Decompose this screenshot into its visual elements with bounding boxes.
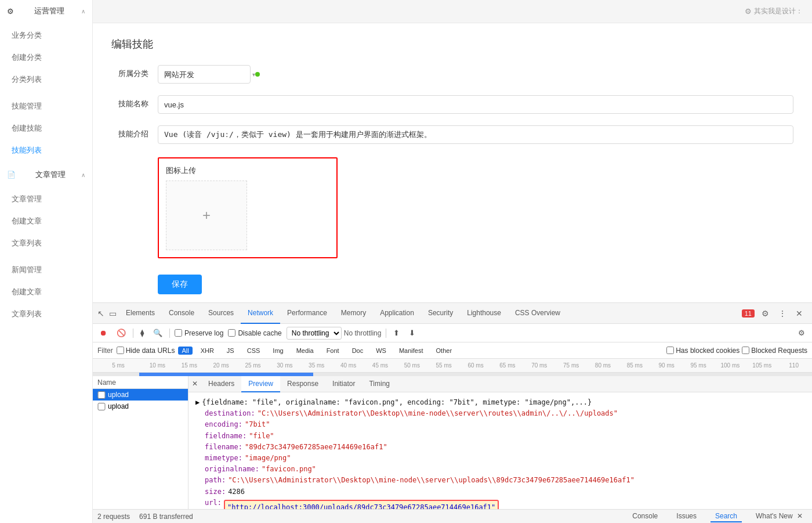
filter-label: Filter xyxy=(97,347,113,355)
sidebar-item-create-news[interactable]: 创建文章 xyxy=(0,281,92,303)
sidebar-item-skill-management[interactable]: 技能管理 xyxy=(0,95,92,117)
preview-tab-initiator[interactable]: Initiator xyxy=(325,376,362,392)
category-label: 所属分类 xyxy=(111,65,158,79)
devtools-device-icon[interactable]: ▭ xyxy=(107,308,119,319)
error-badge: 11 xyxy=(742,309,755,318)
json-filename-value: "89dc73c3479e67285aee714469e16af1" xyxy=(245,442,387,453)
tab-network[interactable]: Network xyxy=(241,303,280,324)
disable-cache-label: Disable cache xyxy=(238,329,281,337)
footer-tab-search[interactable]: Search xyxy=(710,511,742,522)
network-settings-icon[interactable]: ⚙ xyxy=(796,327,807,338)
sidebar-item-skill-list[interactable]: 技能列表 xyxy=(0,139,92,161)
throttling-label: No throttling xyxy=(344,329,382,337)
tab-performance[interactable]: Performance xyxy=(280,303,334,324)
tab-sources[interactable]: Sources xyxy=(201,303,241,324)
disable-cache-input[interactable] xyxy=(228,329,235,337)
filter-ws[interactable]: WS xyxy=(371,347,391,355)
json-destination-line: destination: "C:\\Users\\Administrator\\… xyxy=(205,408,805,419)
devtools-cursor-icon[interactable]: ↖ xyxy=(95,308,107,319)
filter-icon[interactable]: ⧫ xyxy=(138,327,146,338)
desc-textarea[interactable]: Vue (读音 /vjuː/，类似于 view) 是一套用于构建用户界面的渐进式… xyxy=(158,125,793,144)
waterfall-bar xyxy=(93,373,812,376)
sidebar-item-create-skill[interactable]: 创建技能 xyxy=(0,117,92,139)
category-dot xyxy=(255,72,260,77)
form-row-save: 保存 xyxy=(111,270,793,294)
page-title: 编辑技能 xyxy=(111,37,793,51)
sidebar-item-news-management[interactable]: 新闻管理 xyxy=(0,259,92,281)
filter-other[interactable]: Other xyxy=(432,347,457,355)
preview-tab-response[interactable]: Response xyxy=(280,376,325,392)
sidebar-item-article-management[interactable]: 文章管理 xyxy=(0,188,92,210)
category-select[interactable]: 网站开发 xyxy=(158,65,251,84)
sidebar-item-create-category[interactable]: 创建分类 xyxy=(0,46,92,68)
more-icon[interactable]: ⋮ xyxy=(776,308,789,319)
sidebar-item-create-article[interactable]: 创建文章 xyxy=(0,210,92,232)
blocked-requests-checkbox[interactable]: Blocked Requests xyxy=(742,347,807,355)
footer-tab-whats-new[interactable]: What's New ✕ xyxy=(751,511,807,522)
tab-elements[interactable]: Elements xyxy=(119,303,162,324)
has-blocked-checkbox[interactable]: Has blocked cookies xyxy=(666,347,740,355)
upload-content: 图标上传 + xyxy=(158,157,793,258)
tab-memory[interactable]: Memory xyxy=(334,303,373,324)
filter-img[interactable]: Img xyxy=(268,347,288,355)
preserve-log-checkbox[interactable]: Preserve log xyxy=(175,329,223,337)
main-area: ⚙ 其实我是设计： 编辑技能 所属分类 网站开发 ▾ xyxy=(93,0,812,523)
filter-xhr[interactable]: XHR xyxy=(196,347,219,355)
stop-button[interactable]: 🚫 xyxy=(114,327,128,338)
json-size-value: 4286 xyxy=(228,486,245,497)
tab-security[interactable]: Security xyxy=(421,303,460,324)
filter-manifest[interactable]: Manifest xyxy=(394,347,428,355)
category-select-wrapper: 网站开发 ▾ xyxy=(158,65,260,84)
network-row-name-upload: upload xyxy=(108,391,129,399)
tab-lighthouse[interactable]: Lighthouse xyxy=(460,303,508,324)
footer-tab-issues[interactable]: Issues xyxy=(672,511,701,522)
search-icon[interactable]: 🔍 xyxy=(151,327,165,338)
tab-css-overview[interactable]: CSS Overview xyxy=(508,303,567,324)
export-button[interactable]: ⬇ xyxy=(407,327,418,338)
preserve-log-input[interactable] xyxy=(175,329,182,337)
sidebar-ops-management[interactable]: ⚙ 运营管理 ∧ xyxy=(0,0,92,22)
requests-count: 2 requests xyxy=(97,513,130,521)
tab-console[interactable]: Console xyxy=(162,303,201,324)
sidebar-item-category-list[interactable]: 分类列表 xyxy=(0,68,92,91)
filter-css[interactable]: CSS xyxy=(242,347,265,355)
footer-tab-console[interactable]: Console xyxy=(628,511,662,522)
record-button[interactable]: ⏺ xyxy=(97,327,110,338)
network-row-check2[interactable] xyxy=(97,403,106,410)
filter-doc[interactable]: Doc xyxy=(347,347,368,355)
hide-data-urls-label: Hide data URLs xyxy=(126,347,175,355)
filter-all-badge: All xyxy=(178,347,192,355)
hide-data-urls-checkbox[interactable]: Hide data URLs xyxy=(117,347,175,355)
settings-icon[interactable]: ⚙ xyxy=(759,308,771,319)
import-button[interactable]: ⬆ xyxy=(391,327,402,338)
preview-tab-headers[interactable]: Headers xyxy=(201,376,241,392)
devtools-footer: 2 requests 691 B transferred Console Iss… xyxy=(93,509,812,523)
filter-font[interactable]: Font xyxy=(322,347,344,355)
preview-tab-timing[interactable]: Timing xyxy=(362,376,397,392)
filter-js[interactable]: JS xyxy=(222,347,239,355)
upload-box[interactable]: + xyxy=(166,181,247,250)
sidebar-item-news-list[interactable]: 文章列表 xyxy=(0,303,92,325)
throttle-select[interactable]: No throttling xyxy=(287,327,342,340)
sidebar-article-management[interactable]: 📄 文章管理 ∧ xyxy=(0,164,92,186)
whats-new-close-icon[interactable]: ✕ xyxy=(797,512,803,520)
network-row-check[interactable] xyxy=(97,391,106,399)
close-devtools-button[interactable]: ✕ xyxy=(793,308,805,319)
json-url-line: url: "http://localhost:3000/uploads/89dc… xyxy=(205,497,805,509)
name-input[interactable] xyxy=(158,95,793,114)
sidebar-item-article-list[interactable]: 文章列表 xyxy=(0,232,92,254)
json-line1-text: {fieldname: "file", originalname: "favic… xyxy=(202,397,592,408)
network-row-upload-active[interactable]: upload xyxy=(93,389,188,401)
devtools-panel: ↖ ▭ Elements Console Sources Network Per… xyxy=(93,302,812,523)
sidebar-item-business-category[interactable]: 业务分类 xyxy=(0,24,92,46)
disable-cache-checkbox[interactable]: Disable cache xyxy=(228,329,281,337)
devtools-tab-bar: ↖ ▭ Elements Console Sources Network Per… xyxy=(93,303,812,324)
preview-tab-close-icon[interactable]: ✕ xyxy=(188,376,201,392)
network-row-upload2[interactable]: upload xyxy=(93,401,188,412)
preview-tab-preview[interactable]: Preview xyxy=(241,376,280,392)
json-encoding-value: "7bit" xyxy=(245,419,270,430)
filter-media[interactable]: Media xyxy=(292,347,318,355)
save-button[interactable]: 保存 xyxy=(158,275,202,294)
tab-application[interactable]: Application xyxy=(373,303,421,324)
preview-content: ▶ {fieldname: "file", originalname: "fav… xyxy=(188,392,812,509)
